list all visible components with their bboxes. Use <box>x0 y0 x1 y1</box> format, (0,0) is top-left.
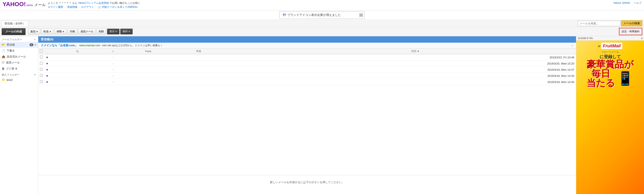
premium-link[interactable]: Yahoo!プレミアム会員登録 <box>78 1 109 4</box>
spam-button[interactable]: 迷惑メール <box>78 29 96 34</box>
fruitmail-sub: フルーツメール <box>586 50 634 54</box>
row-checkbox-1[interactable] <box>40 56 43 58</box>
reply-dropdown-icon: ▼ <box>36 30 38 33</box>
forward-button[interactable]: 転送 ▼ <box>41 29 54 34</box>
subject-3 <box>194 67 410 73</box>
notification-close-button[interactable]: × <box>359 13 363 17</box>
date-3: 2019/3/18, Mon 14:37 <box>410 67 576 73</box>
table-row[interactable]: ● ☆ 2019/3/18, Mon 14:37 <box>38 67 576 73</box>
reload-icon[interactable]: ↺ <box>34 43 36 46</box>
ad-info-icon2[interactable]: ℹ <box>642 37 642 40</box>
compose-button[interactable]: メールの作成 <box>2 28 26 35</box>
reply-label: 返信 <box>30 30 36 33</box>
star-1[interactable]: ☆ <box>112 56 114 59</box>
delete-button[interactable]: 削除 <box>96 29 106 34</box>
storage-text: 10.0GB 中 0% <box>578 37 593 40</box>
table-row[interactable]: ● ☆ 2019/3/22, Fri 10:48 <box>38 54 576 60</box>
settings-button[interactable]: 設定・利用規約 <box>620 29 642 34</box>
coupon-link[interactable]: 半額クーポン＆得トク2WEEKs <box>102 5 138 8</box>
header-nav: ようこそ ＊＊＊＊＊ さん Yahoo!プレミアム会員登録 でお買い物がもっとお… <box>46 1 613 9</box>
welcome-text: ようこそ <box>48 1 58 4</box>
delete-label: 削除 <box>99 30 104 33</box>
help-link[interactable]: ヘルプ <box>634 1 642 4</box>
action-label: 操作 <box>123 30 128 33</box>
welcome-line: ようこそ ＊＊＊＊＊ さん Yahoo!プレミアム会員登録 でお買い物がもっとお… <box>48 1 613 5</box>
drafts-folder-label: 下書き <box>6 49 15 53</box>
th-date[interactable]: 日付 ▼ <box>410 49 576 54</box>
logo-area: YAHOO! JAPAN メール <box>2 1 46 7</box>
sidebar-collapse-button[interactable]: « <box>33 37 36 41</box>
row-checkbox-5[interactable] <box>40 80 43 83</box>
star-2[interactable]: ☆ <box>112 62 114 65</box>
th-star: ☆ <box>110 49 144 54</box>
inbox-tab[interactable]: 受信箱（全5件） <box>2 20 28 26</box>
email-list-container: 📎 ☆ From 件名 日付 ▼ ● ☆ 20 <box>38 48 576 175</box>
sort-icon: ▼ <box>417 50 419 52</box>
star-4[interactable]: ☆ <box>112 74 114 77</box>
ad-info-icon[interactable]: ▷ <box>572 44 574 47</box>
sidebar-item-inbox[interactable]: 📂 受信箱 4 ↺ <box>0 42 38 48</box>
sidebar-item-test2[interactable]: 📁 test2 <box>0 77 38 83</box>
notification-box: Y! ブランドアイコン表示企業が増えました × <box>280 11 364 19</box>
mail-label: メール <box>34 2 46 7</box>
username: ＊＊＊＊＊ <box>59 1 72 4</box>
sidebar-item-drafts[interactable]: 📄 下書き <box>0 48 38 54</box>
move-button[interactable]: 移動 ▼ <box>54 29 67 34</box>
drafts-icon: 📄 <box>2 49 5 52</box>
row-checkbox-4[interactable] <box>40 74 43 77</box>
from-4 <box>144 73 195 79</box>
add-folder-button[interactable]: ＋ <box>33 73 36 77</box>
nav-links: ログイン履歴 - 登録情報 - ログアウト - 🛒 半額クーポン＆得トク2WEE… <box>48 5 613 9</box>
star-3[interactable]: ☆ <box>112 68 114 71</box>
action-button[interactable]: 操作 ▼ <box>120 29 133 34</box>
test2-icon: 📁 <box>2 78 5 81</box>
ad-url: www.onamae.com <box>79 44 100 47</box>
fruitmail-text: FruitMail <box>603 43 620 48</box>
prize-bottom: 毎日 当たる 📱 <box>586 69 634 88</box>
logout-link[interactable]: ログアウト <box>81 5 94 8</box>
reply-button[interactable]: 返信 ▼ <box>28 29 40 34</box>
star-5[interactable]: ☆ <box>112 80 114 84</box>
th-clip: 📎 <box>74 49 110 54</box>
spam-label: 迷惑メール <box>80 30 93 33</box>
folder-section-label: メールフォルダー <box>2 38 22 41</box>
action-dropdown-icon: ▼ <box>128 30 130 33</box>
yahoo-japan-link[interactable]: Yahoo! JAPAN <box>613 1 630 4</box>
th-from[interactable]: From <box>144 49 195 54</box>
fruitmail-title-row: ✉ FruitMail <box>586 43 634 50</box>
search-input[interactable] <box>578 21 620 26</box>
search-button[interactable]: メールの検索 <box>621 20 642 26</box>
table-row[interactable]: ● ☆ 2019/3/18, Mon 14:34 <box>38 73 576 79</box>
table-row[interactable]: ● ☆ 2019/3/18, Mon 14:34 <box>38 79 576 85</box>
email-table: 📎 ☆ From 件名 日付 ▼ ● ☆ 20 <box>38 48 576 85</box>
row-checkbox-2[interactable] <box>40 62 43 64</box>
main-content: メールフォルダー « 📂 受信箱 4 ↺ 📄 下書き 📤 送信済みメール 🛡 迷… <box>0 36 644 194</box>
tablet-image: 📱 <box>617 70 634 86</box>
select-all-checkbox[interactable] <box>40 50 43 52</box>
prize-line3: 当たる <box>586 78 615 88</box>
from-1 <box>144 54 195 60</box>
date-1: 2019/3/22, Fri 10:48 <box>410 54 576 60</box>
subject-4 <box>194 73 410 79</box>
ad-domain-link[interactable]: ドメインなら「お名前.com」 <box>41 43 78 47</box>
prize-daily: 毎日 当たる <box>586 69 615 88</box>
trash-empty-icon[interactable]: 🗑 <box>15 67 18 70</box>
view-dropdown-icon: ▼ <box>115 30 117 33</box>
envelope-icon: ✉ <box>598 45 600 48</box>
premium-text: でお買い物がもっとお得に <box>110 1 140 4</box>
sidebar-item-spam[interactable]: 🛡 迷惑メール <box>0 60 38 66</box>
sidebar-item-trash[interactable]: 🗑 ゴミ箱 🗑 <box>0 66 38 71</box>
login-history-link[interactable]: ログイン履歴 <box>48 5 63 8</box>
trash-icon: 🗑 <box>2 67 5 70</box>
email-area: 受信箱(4) ドメインなら「お名前.com」 www.onamae.com co… <box>38 36 576 194</box>
table-row[interactable]: ● ☆ 2019/3/20, Wed 15:20 <box>38 60 576 67</box>
fruitmail-logo: FruitMail <box>601 43 622 49</box>
th-subject[interactable]: 件名 <box>194 49 410 54</box>
register-info-link[interactable]: 登録情報 <box>67 5 77 8</box>
subject-5 <box>194 79 410 85</box>
sidebar-item-sent[interactable]: 📤 送信済みメール <box>0 54 38 60</box>
row-checkbox-3[interactable] <box>40 68 43 71</box>
print-button[interactable]: 印刷 <box>68 29 77 34</box>
move-label: 移動 <box>57 30 62 33</box>
view-button[interactable]: 表示 ▼ <box>107 29 120 34</box>
